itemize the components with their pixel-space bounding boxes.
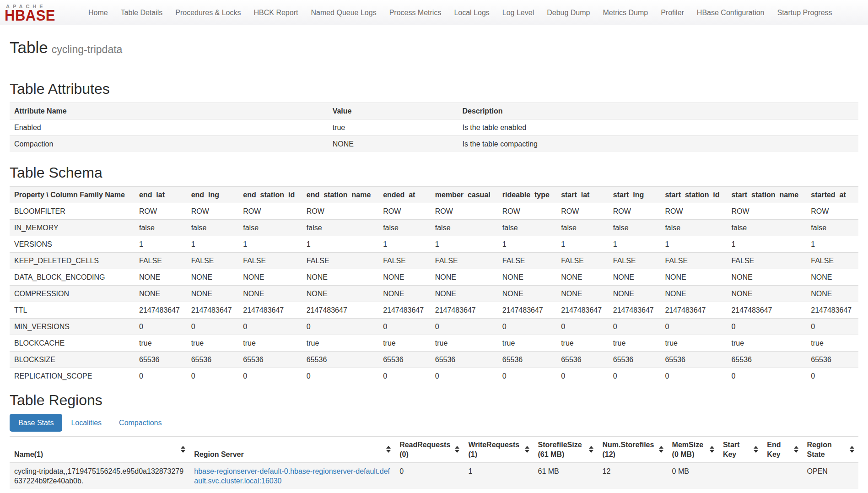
- regions-col-name-1[interactable]: Name(1): [10, 436, 189, 463]
- nav-link-hbck-report[interactable]: HBCK Report: [248, 0, 305, 25]
- regions-col-region-server[interactable]: Region Server: [189, 436, 395, 463]
- schema-col-started-at: started_at: [806, 186, 858, 203]
- schema-cell: NONE: [806, 285, 858, 302]
- schema-cell: ROW: [378, 203, 431, 219]
- regions-col-label: Start Key: [723, 441, 739, 458]
- schema-property-name: BLOCKSIZE: [10, 351, 135, 368]
- schema-cell: NONE: [556, 285, 609, 302]
- nav-link-debug-dump[interactable]: Debug Dump: [540, 0, 596, 25]
- nav-link-profiler[interactable]: Profiler: [654, 0, 690, 25]
- schema-cell: FALSE: [187, 252, 239, 269]
- regions-col-label: WriteRequests (1): [468, 441, 519, 458]
- attr-cell: Is the table enabled: [458, 119, 858, 135]
- regions-tab-base-stats[interactable]: Base Stats: [10, 414, 62, 432]
- attr-cell: NONE: [328, 135, 458, 152]
- sort-icon: [794, 446, 798, 453]
- nav-item-hbck-report: HBCK Report: [248, 0, 305, 25]
- regions-tab-compactions[interactable]: Compactions: [110, 414, 170, 432]
- schema-row-data-block-encoding: DATA_BLOCK_ENCODINGNONENONENONENONENONEN…: [10, 269, 858, 285]
- nav-item-home: Home: [82, 0, 114, 25]
- nav-link-named-queue-logs[interactable]: Named Queue Logs: [304, 0, 383, 25]
- schema-table: Property \ Column Family Nameend_latend_…: [10, 186, 858, 384]
- schema-cell: ROW: [135, 203, 187, 219]
- nav-link-process-metrics[interactable]: Process Metrics: [383, 0, 448, 25]
- nav-link-local-logs[interactable]: Local Logs: [447, 0, 496, 25]
- nav-link-log-level[interactable]: Log Level: [496, 0, 540, 25]
- schema-cell: 2147483647: [660, 302, 727, 318]
- page-title-text: Table: [10, 38, 48, 56]
- schema-cell: 0: [238, 318, 302, 335]
- schema-cell: 2147483647: [609, 302, 661, 318]
- regions-col-label: StorefileSize (61 MB): [538, 441, 582, 458]
- schema-cell: NONE: [135, 285, 187, 302]
- regions-col-num-storefiles-12[interactable]: Num.Storefiles (12): [598, 436, 667, 463]
- sort-down-arrow: [710, 450, 714, 453]
- nav-item-procedures-locks: Procedures & Locks: [169, 0, 247, 25]
- nav-link-procedures-locks[interactable]: Procedures & Locks: [169, 0, 247, 25]
- schema-cell: true: [238, 335, 302, 351]
- schema-cell: 0: [431, 368, 498, 384]
- schema-cell: NONE: [238, 285, 302, 302]
- sort-up-arrow: [455, 446, 459, 449]
- schema-cell: false: [556, 219, 609, 236]
- schema-cell: 65536: [660, 351, 727, 368]
- schema-cell: 65536: [806, 351, 858, 368]
- regions-col-start-key[interactable]: Start Key: [718, 436, 762, 463]
- regions-col-label: ReadRequests (0): [399, 441, 450, 458]
- schema-cell: 1: [609, 236, 661, 252]
- schema-cell: 0: [378, 318, 431, 335]
- regions-col-label: Region Server: [194, 450, 243, 458]
- regions-col-label: Name(1): [14, 450, 43, 458]
- schema-cell: NONE: [498, 269, 556, 285]
- schema-property-name: TTL: [10, 302, 135, 318]
- schema-cell: NONE: [609, 285, 661, 302]
- nav-item-process-metrics: Process Metrics: [383, 0, 448, 25]
- schema-cell: FALSE: [238, 252, 302, 269]
- schema-cell: true: [302, 335, 378, 351]
- region-name-cell: cycling-tripdata,,1719475156245.e95d0a13…: [10, 463, 189, 489]
- schema-cell: FALSE: [556, 252, 609, 269]
- regions-col-end-key[interactable]: End Key: [762, 436, 802, 463]
- sort-down-arrow: [850, 450, 854, 453]
- schema-heading: Table Schema: [10, 164, 858, 182]
- schema-corner-header: Property \ Column Family Name: [10, 186, 135, 203]
- nav-link-metrics-dump[interactable]: Metrics Dump: [596, 0, 654, 25]
- region-server-link[interactable]: hbase-regionserver-default-0.hbase-regio…: [194, 467, 390, 485]
- sort-up-arrow: [181, 446, 185, 449]
- schema-cell: true: [187, 335, 239, 351]
- schema-property-name: DATA_BLOCK_ENCODING: [10, 269, 135, 285]
- regions-col-writerequests-1[interactable]: WriteRequests (1): [464, 436, 533, 463]
- attributes-header-row: Attribute NameValueDescription: [10, 103, 858, 119]
- nav-link-startup-progress[interactable]: Startup Progress: [771, 0, 839, 25]
- schema-cell: 0: [498, 368, 556, 384]
- regions-col-memsize-0-mb[interactable]: MemSize (0 MB): [668, 436, 718, 463]
- schema-cell: 0: [727, 318, 806, 335]
- hbase-logo[interactable]: APACHE HBASE: [5, 3, 55, 22]
- nav-link-hbase-configuration[interactable]: HBase Configuration: [690, 0, 771, 25]
- schema-cell: true: [135, 335, 187, 351]
- schema-cell: 2147483647: [187, 302, 239, 318]
- schema-cell: 0: [431, 318, 498, 335]
- sort-icon: [525, 446, 529, 453]
- regions-tab-item-localities: Localities: [62, 414, 110, 432]
- regions-col-readrequests-0[interactable]: ReadRequests (0): [395, 436, 464, 463]
- regions-col-region-state[interactable]: Region State: [803, 436, 858, 463]
- region-read-requests-cell: 0: [395, 463, 464, 489]
- schema-cell: NONE: [498, 285, 556, 302]
- nav-link-table-details[interactable]: Table Details: [114, 0, 169, 25]
- schema-cell: false: [187, 219, 239, 236]
- regions-tab-localities[interactable]: Localities: [62, 414, 110, 432]
- region-mem-size-cell: 0 MB: [668, 463, 718, 489]
- schema-col-rideable-type: rideable_type: [498, 186, 556, 203]
- schema-cell: NONE: [302, 285, 378, 302]
- schema-cell: ROW: [609, 203, 661, 219]
- schema-col-start-lng: start_lng: [609, 186, 661, 203]
- nav-item-metrics-dump: Metrics Dump: [596, 0, 654, 25]
- schema-cell: 0: [556, 318, 609, 335]
- nav-link-home[interactable]: Home: [82, 0, 114, 25]
- schema-cell: 0: [498, 318, 556, 335]
- regions-col-storefilesize-61-mb[interactable]: StorefileSize (61 MB): [534, 436, 598, 463]
- sort-down-arrow: [181, 450, 185, 453]
- sort-up-arrow: [850, 446, 854, 449]
- regions-tab-item-base-stats: Base Stats: [10, 414, 62, 432]
